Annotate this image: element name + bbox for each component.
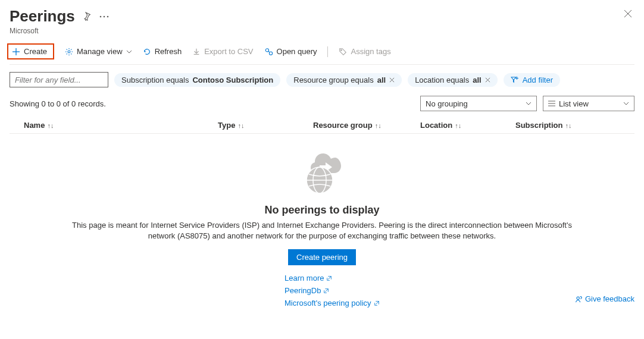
col-label: Resource group (313, 121, 373, 130)
refresh-button[interactable]: Refresh (143, 46, 182, 57)
col-label: Subscription (515, 121, 562, 130)
toolbar: Create Manage view Refresh Export to CSV (10, 43, 634, 65)
create-button[interactable]: Create (7, 43, 54, 59)
assign-tags-button: Assign tags (339, 46, 390, 57)
column-headers: Name↑↓ Type↑↓ Resource group↑↓ Location↑… (10, 117, 634, 134)
chevron-down-icon (126, 50, 132, 54)
list-icon (548, 101, 555, 106)
filter-pill-resourcegroup[interactable]: Resource group equals all (286, 73, 402, 87)
filter-pill-label: Subscription equals (121, 76, 189, 84)
peeringdb-link[interactable]: PeeringDb (285, 286, 380, 295)
filter-bar: Subscription equals Contoso Subscription… (10, 72, 634, 87)
page-subtitle: Microsoft (10, 27, 110, 35)
external-icon (323, 288, 329, 294)
plus-icon (12, 48, 20, 56)
close-icon[interactable] (621, 7, 634, 20)
col-type[interactable]: Type↑↓ (218, 121, 313, 130)
filter-pill-label: Resource group equals (293, 76, 373, 84)
link-label: Microsoft's peering policy (285, 299, 371, 307)
toolbar-divider (327, 46, 328, 57)
sort-icon: ↑↓ (375, 122, 382, 129)
export-csv-button: Export to CSV (192, 46, 253, 57)
chevron-down-icon (623, 102, 629, 105)
records-count: Showing 0 to 0 of 0 records. (10, 99, 106, 108)
filter-pill-subscription[interactable]: Subscription equals Contoso Subscription (114, 73, 280, 87)
filter-pill-value: all (377, 76, 386, 84)
feedback-label: Give feedback (585, 294, 634, 303)
create-peering-button[interactable]: Create peering (288, 249, 356, 265)
export-csv-label: Export to CSV (204, 47, 253, 56)
empty-state: No peerings to display This page is mean… (10, 149, 634, 307)
page-title: Peerings (10, 7, 75, 26)
sort-icon: ↑↓ (565, 122, 571, 129)
link-label: Learn more (285, 274, 324, 282)
view-select[interactable]: List view (543, 96, 634, 111)
svg-line-12 (268, 51, 270, 52)
add-filter-label: Add filter (523, 76, 553, 84)
grouping-select[interactable]: No grouping (420, 96, 537, 111)
view-value: List view (559, 99, 589, 108)
more-icon[interactable] (98, 14, 110, 19)
filter-pill-value: all (473, 76, 481, 84)
download-icon (192, 48, 201, 56)
add-filter-icon (511, 76, 519, 83)
close-icon[interactable] (485, 77, 490, 83)
tag-icon (339, 48, 347, 56)
globe-cloud-icon (293, 149, 351, 197)
pin-icon[interactable] (81, 11, 92, 22)
svg-line-28 (326, 288, 329, 291)
col-name[interactable]: Name↑↓ (10, 121, 218, 130)
filter-input[interactable] (10, 72, 108, 87)
sort-icon: ↑↓ (237, 122, 244, 129)
chevron-down-icon (526, 102, 532, 105)
peering-policy-link[interactable]: Microsoft's peering policy (285, 299, 380, 307)
filter-pill-location[interactable]: Location equals all (408, 73, 498, 87)
svg-point-1 (104, 15, 105, 17)
svg-point-30 (577, 297, 579, 299)
grouping-value: No grouping (426, 99, 468, 108)
col-resourcegroup[interactable]: Resource group↑↓ (313, 121, 420, 130)
manage-view-label: Manage view (77, 47, 123, 56)
open-query-button[interactable]: Open query (264, 46, 317, 57)
open-query-label: Open query (277, 47, 317, 56)
svg-point-2 (107, 15, 109, 17)
query-icon (264, 48, 273, 56)
filter-pill-label: Location equals (415, 76, 469, 84)
give-feedback-link[interactable]: Give feedback (574, 294, 634, 303)
col-label: Location (420, 121, 452, 130)
feedback-icon (574, 295, 583, 303)
col-label: Type (218, 121, 235, 130)
manage-view-button[interactable]: Manage view (65, 46, 132, 57)
assign-tags-label: Assign tags (351, 47, 390, 56)
svg-point-0 (100, 15, 102, 17)
svg-line-29 (376, 301, 379, 304)
create-label: Create (24, 47, 47, 56)
external-icon (326, 275, 332, 281)
col-subscription[interactable]: Subscription↑↓ (515, 121, 634, 130)
sort-icon: ↑↓ (455, 122, 461, 129)
empty-description: This page is meant for Internet Service … (72, 220, 572, 241)
learn-more-link[interactable]: Learn more (285, 274, 380, 282)
external-icon (374, 300, 380, 306)
gear-icon (65, 48, 73, 56)
refresh-label: Refresh (155, 47, 182, 56)
empty-title: No peerings to display (264, 204, 379, 216)
col-label: Name (24, 121, 45, 130)
link-label: PeeringDb (285, 286, 321, 295)
col-location[interactable]: Location↑↓ (420, 121, 515, 130)
sort-icon: ↑↓ (47, 122, 54, 129)
close-icon[interactable] (389, 77, 395, 83)
svg-line-27 (329, 276, 332, 279)
svg-point-13 (341, 49, 342, 51)
add-filter-button[interactable]: Add filter (504, 73, 560, 87)
refresh-icon (143, 48, 151, 56)
svg-point-7 (68, 51, 70, 53)
filter-pill-value: Contoso Subscription (192, 76, 273, 84)
